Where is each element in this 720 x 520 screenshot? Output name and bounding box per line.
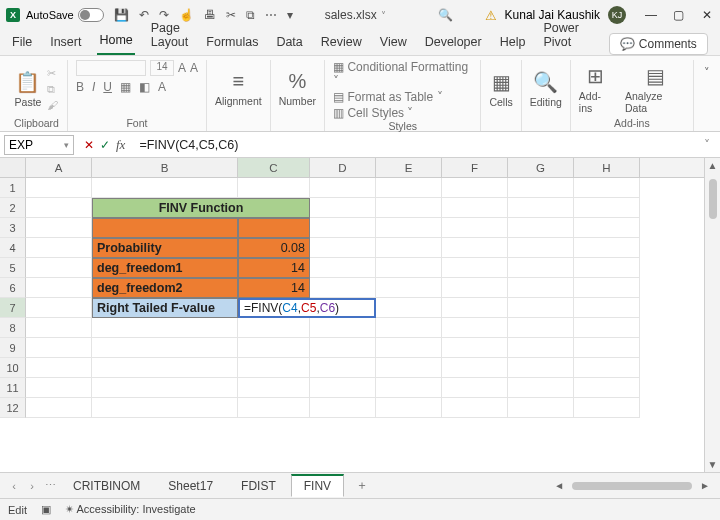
scroll-thumb[interactable] — [709, 179, 717, 219]
analyze-data-button[interactable]: ▤Analyze Data — [625, 64, 685, 114]
cell-C6[interactable]: 14 — [238, 278, 310, 298]
cut-icon[interactable]: ✂ — [226, 8, 236, 22]
grid-rows[interactable]: 1 2FINV Function 3 4Probability0.08 5deg… — [0, 178, 704, 472]
scroll-left-icon[interactable]: ◄ — [550, 480, 568, 491]
autosave-toggle[interactable] — [78, 8, 104, 22]
tab-file[interactable]: File — [10, 31, 34, 55]
increase-font-icon[interactable]: A — [178, 61, 186, 75]
fill-color-icon[interactable]: ◧ — [139, 80, 150, 94]
undo-icon[interactable]: ↶ — [139, 8, 149, 22]
comments-button[interactable]: 💬 Comments — [609, 33, 708, 55]
sheet-tab[interactable]: CRITBINOM — [60, 475, 153, 496]
row-header-6[interactable]: 6 — [0, 278, 26, 298]
accessibility-status[interactable]: ✴ Accessibility: Investigate — [65, 503, 196, 516]
format-painter-icon[interactable]: 🖌 — [47, 99, 58, 111]
row-header-1[interactable]: 1 — [0, 178, 26, 198]
sheet-nav-prev-icon[interactable]: ‹ — [6, 480, 22, 492]
tab-data[interactable]: Data — [274, 31, 304, 55]
cell-C7-editing[interactable]: =FINV(C4,C5,C6) — [238, 298, 376, 318]
save-icon[interactable]: 💾 — [114, 8, 129, 22]
close-button[interactable]: ✕ — [700, 8, 714, 22]
avatar[interactable]: KJ — [608, 6, 626, 24]
file-name[interactable]: sales.xlsx ˅ — [325, 8, 386, 22]
scroll-down-icon[interactable]: ▼ — [708, 457, 718, 472]
italic-icon[interactable]: I — [92, 80, 95, 94]
font-color-icon[interactable]: A — [158, 80, 166, 94]
row-header-2[interactable]: 2 — [0, 198, 26, 218]
vertical-scrollbar[interactable]: ▲ ▼ — [704, 158, 720, 472]
tab-help[interactable]: Help — [498, 31, 528, 55]
add-sheet-button[interactable]: ＋ — [346, 477, 378, 494]
tab-view[interactable]: View — [378, 31, 409, 55]
paste-button[interactable]: 📋 Paste — [15, 70, 42, 108]
format-as-table-button[interactable]: ▤ Format as Table ˅ — [333, 90, 443, 104]
cut-icon[interactable]: ✂ — [47, 67, 58, 80]
font-size-box[interactable]: 14 — [150, 60, 174, 76]
underline-icon[interactable]: U — [103, 80, 112, 94]
cell-B6[interactable]: deg_freedom2 — [92, 278, 238, 298]
tab-review[interactable]: Review — [319, 31, 364, 55]
row-header-12[interactable]: 12 — [0, 398, 26, 418]
alignment-button[interactable]: ≡Alignment — [215, 70, 262, 107]
sheet-tab[interactable]: FDIST — [228, 475, 289, 496]
fx-icon[interactable]: fx — [116, 137, 125, 153]
row-header-3[interactable]: 3 — [0, 218, 26, 238]
cells-button[interactable]: ▦Cells — [489, 70, 512, 108]
col-header-H[interactable]: H — [574, 158, 640, 177]
cell-C5[interactable]: 14 — [238, 258, 310, 278]
col-header-G[interactable]: G — [508, 158, 574, 177]
col-header-A[interactable]: A — [26, 158, 92, 177]
row-header-7[interactable]: 7 — [0, 298, 26, 318]
name-box[interactable]: EXP ▾ — [4, 135, 74, 155]
col-header-E[interactable]: E — [376, 158, 442, 177]
scroll-up-icon[interactable]: ▲ — [708, 158, 718, 173]
tab-home[interactable]: Home — [97, 29, 134, 55]
decrease-font-icon[interactable]: A — [190, 61, 198, 75]
horizontal-scrollbar[interactable]: ◄ ► — [380, 480, 714, 491]
col-header-B[interactable]: B — [92, 158, 238, 177]
select-all-corner[interactable] — [0, 158, 26, 177]
expand-formula-bar-icon[interactable]: ˅ — [694, 138, 720, 152]
cell-C4[interactable]: 0.08 — [238, 238, 310, 258]
search-icon[interactable]: 🔍 — [438, 8, 453, 22]
sheet-nav-more-icon[interactable]: ⋯ — [42, 479, 58, 492]
border-icon[interactable]: ▦ — [120, 80, 131, 94]
row-header-8[interactable]: 8 — [0, 318, 26, 338]
number-button[interactable]: %Number — [279, 70, 316, 107]
bold-icon[interactable]: B — [76, 80, 84, 94]
cell-B4[interactable]: Probability — [92, 238, 238, 258]
row-header-4[interactable]: 4 — [0, 238, 26, 258]
print-icon[interactable]: 🖶 — [204, 8, 216, 22]
enter-formula-icon[interactable]: ✓ — [100, 138, 110, 152]
col-header-F[interactable]: F — [442, 158, 508, 177]
col-header-D[interactable]: D — [310, 158, 376, 177]
ribbon-collapse-button[interactable]: ˅ — [694, 60, 720, 131]
macro-record-icon[interactable]: ▣ — [41, 503, 51, 516]
scroll-right-icon[interactable]: ► — [696, 480, 714, 491]
font-name-box[interactable] — [76, 60, 146, 76]
cell-styles-button[interactable]: ▥ Cell Styles ˅ — [333, 106, 413, 120]
warning-icon[interactable]: ⚠ — [485, 8, 497, 23]
more-icon[interactable]: ⋯ — [265, 8, 277, 22]
cell-title[interactable]: FINV Function — [92, 198, 310, 218]
minimize-button[interactable]: — — [644, 8, 658, 22]
qat-overflow-icon[interactable]: ▾ — [287, 8, 293, 22]
tab-page-layout[interactable]: Page Layout — [149, 17, 191, 55]
copy-icon[interactable]: ⧉ — [246, 8, 255, 22]
sheet-tab[interactable]: Sheet17 — [155, 475, 226, 496]
row-header-9[interactable]: 9 — [0, 338, 26, 358]
cell-B7[interactable]: Right Tailed F-value — [92, 298, 238, 318]
tab-formulas[interactable]: Formulas — [204, 31, 260, 55]
tab-power-pivot[interactable]: Power Pivot — [541, 17, 580, 55]
row-header-5[interactable]: 5 — [0, 258, 26, 278]
maximize-button[interactable]: ▢ — [672, 8, 686, 22]
addins-button[interactable]: ⊞Add-ins — [579, 64, 613, 114]
autosave-control[interactable]: AutoSave — [26, 8, 104, 22]
editing-button[interactable]: 🔍Editing — [530, 70, 562, 108]
cancel-formula-icon[interactable]: ✕ — [84, 138, 94, 152]
h-scroll-thumb[interactable] — [572, 482, 692, 490]
row-header-10[interactable]: 10 — [0, 358, 26, 378]
col-header-C[interactable]: C — [238, 158, 310, 177]
tab-insert[interactable]: Insert — [48, 31, 83, 55]
conditional-formatting-button[interactable]: ▦ Conditional Formatting ˅ — [333, 60, 472, 88]
